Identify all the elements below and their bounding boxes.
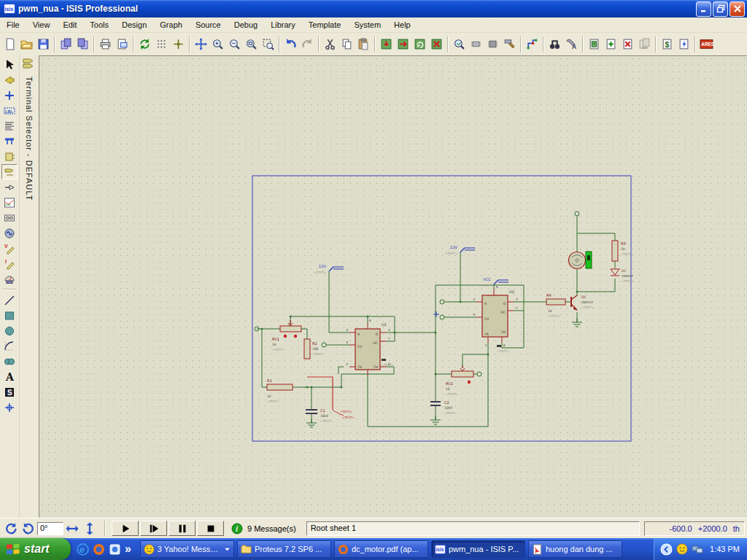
terminal-node[interactable] xyxy=(575,211,579,216)
menu-debug[interactable]: Debug xyxy=(228,18,264,31)
step-button[interactable] xyxy=(140,521,167,536)
play-button[interactable] xyxy=(112,521,139,536)
internet-explorer-icon[interactable]: e xyxy=(77,543,89,556)
2d-arc-icon[interactable] xyxy=(1,338,18,354)
export-section-icon[interactable] xyxy=(74,36,91,52)
component-d1[interactable]: D1 1N4007 <TEXT> xyxy=(611,269,634,283)
print-icon[interactable] xyxy=(97,36,114,52)
bill-of-materials-icon[interactable]: $ xyxy=(659,36,676,52)
decompose-icon[interactable] xyxy=(501,36,518,52)
zoom-out-icon[interactable] xyxy=(226,36,243,52)
origin-icon[interactable] xyxy=(170,36,187,52)
remove-sheet-icon[interactable] xyxy=(619,36,636,52)
netlist-to-ares-icon[interactable]: ARES xyxy=(698,36,715,52)
task-huong-dan-dung[interactable]: huong dan dung ... xyxy=(528,540,622,558)
task-dc-motor-pdf[interactable]: dc_motor.pdf (ap... xyxy=(334,540,428,558)
block-copy-icon[interactable] xyxy=(378,36,395,52)
wires[interactable] xyxy=(257,216,615,427)
menu-library[interactable]: Library xyxy=(264,18,302,31)
virtual-instruments-mode-icon[interactable] xyxy=(1,271,18,287)
yahoo-tray-icon[interactable] xyxy=(676,543,688,555)
menu-system[interactable]: System xyxy=(347,18,387,31)
zoom-in-icon[interactable] xyxy=(209,36,226,52)
menu-help[interactable]: Help xyxy=(387,18,417,31)
component-mode-icon[interactable] xyxy=(1,72,18,88)
search-tag-icon[interactable] xyxy=(546,36,563,52)
task-pwm-nua-isis[interactable]: isis pwm_nua - ISIS P... xyxy=(431,540,525,558)
component-rv2[interactable]: RV2 1k <TEXT> xyxy=(446,365,473,396)
current-probe-mode-icon[interactable]: I xyxy=(1,256,18,271)
goto-sheet-icon[interactable] xyxy=(636,36,653,52)
terminal-node[interactable] xyxy=(440,315,444,319)
object-selector[interactable]: Terminal Selector - DEFAULT xyxy=(19,55,39,518)
2d-circle-icon[interactable] xyxy=(1,323,18,338)
2d-text-icon[interactable]: A xyxy=(1,369,18,384)
copy-icon[interactable] xyxy=(338,36,355,52)
selection-mode-icon[interactable] xyxy=(1,57,18,72)
open-icon[interactable] xyxy=(18,36,35,52)
taskbar-clock[interactable]: 1:43 PM xyxy=(710,545,740,553)
terminal-node[interactable] xyxy=(477,372,481,376)
menu-tools[interactable]: Tools xyxy=(83,18,115,31)
menu-source[interactable]: Source xyxy=(189,18,228,31)
component-r1[interactable]: R1 1k <TEXT> xyxy=(267,378,293,403)
pause-button[interactable] xyxy=(169,521,196,536)
property-assignment-icon[interactable]: A xyxy=(563,36,580,52)
electrical-rule-check-icon[interactable] xyxy=(676,36,692,52)
rotate-anticlockwise-icon[interactable] xyxy=(20,520,37,537)
component-c1[interactable]: C1 10nF <TEXT> xyxy=(306,408,333,423)
component-r5[interactable]: R5 1k <TEXT> xyxy=(612,241,633,261)
schematic-canvas[interactable]: 12V <TEXT> 12V <TEXT> VCC <TEXT> RV1 1k … xyxy=(39,55,747,518)
mark-output-area-icon[interactable] xyxy=(114,36,131,52)
menu-view[interactable]: View xyxy=(26,18,57,31)
minimize-button[interactable] xyxy=(696,1,711,17)
menu-edit[interactable]: Edit xyxy=(56,18,83,31)
pan-icon[interactable] xyxy=(193,36,209,52)
message-status[interactable]: i 9 Message(s) xyxy=(231,523,296,534)
text-script-mode-icon[interactable] xyxy=(1,118,18,133)
make-device-icon[interactable] xyxy=(468,36,484,52)
terminals-mode-icon[interactable] xyxy=(1,164,18,179)
component-q1[interactable]: Q1 2N2222 <TEXT> xyxy=(571,295,594,311)
block-move-icon[interactable] xyxy=(395,36,411,52)
zoom-all-icon[interactable] xyxy=(243,36,260,52)
redo-icon[interactable] xyxy=(299,36,316,52)
quick-launch-chevron[interactable]: » xyxy=(125,542,131,556)
pick-device-icon[interactable] xyxy=(451,36,468,52)
messenger-icon[interactable] xyxy=(109,543,121,556)
junction-dot-mode-icon[interactable] xyxy=(1,88,18,103)
tape-recorder-mode-icon[interactable] xyxy=(1,210,18,225)
terminal-node[interactable] xyxy=(322,343,326,347)
menu-file[interactable]: File xyxy=(0,18,26,31)
component-u2[interactable]: U2 R CV TR Q DC TH 4 5 3 7 8 2 6 <TEXT> xyxy=(473,285,518,353)
terminal-node[interactable] xyxy=(440,300,444,304)
packaging-tool-icon[interactable] xyxy=(484,36,501,52)
2d-line-icon[interactable] xyxy=(1,292,18,308)
save-icon[interactable] xyxy=(35,36,52,52)
2d-path-icon[interactable] xyxy=(1,354,18,369)
menu-template[interactable]: Template xyxy=(302,18,348,31)
task-yahoo-messenger[interactable]: 3 Yahoo! Messe... xyxy=(140,540,234,558)
paste-icon[interactable] xyxy=(355,36,372,52)
start-button[interactable]: start xyxy=(0,538,71,560)
device-pins-mode-icon[interactable] xyxy=(1,179,18,195)
zoom-area-icon[interactable] xyxy=(260,36,276,52)
design-explorer-icon[interactable] xyxy=(586,36,603,52)
cut-icon[interactable] xyxy=(322,36,338,52)
component-r4[interactable]: R4 1k <TEXT> xyxy=(546,293,565,318)
rotate-clockwise-icon[interactable] xyxy=(2,520,20,537)
close-button[interactable] xyxy=(729,1,745,17)
subcircuit-mode-icon[interactable] xyxy=(1,149,18,164)
task-proteus-folder[interactable]: Proteus 7.2 SP6 ... xyxy=(237,540,331,558)
menu-design[interactable]: Design xyxy=(115,18,153,31)
new-icon[interactable] xyxy=(1,36,18,52)
component-c2[interactable]: C2 10nF <TEXT> xyxy=(430,400,457,415)
2d-marker-icon[interactable] xyxy=(1,400,18,415)
wire-autorouter-icon[interactable] xyxy=(524,36,541,52)
voltage-probe-mode-icon[interactable]: V xyxy=(1,241,18,256)
stop-button[interactable] xyxy=(197,521,224,536)
restore-button[interactable] xyxy=(713,1,728,17)
import-section-icon[interactable] xyxy=(58,36,74,52)
2d-box-icon[interactable] xyxy=(1,308,18,323)
undo-icon[interactable] xyxy=(282,36,299,52)
